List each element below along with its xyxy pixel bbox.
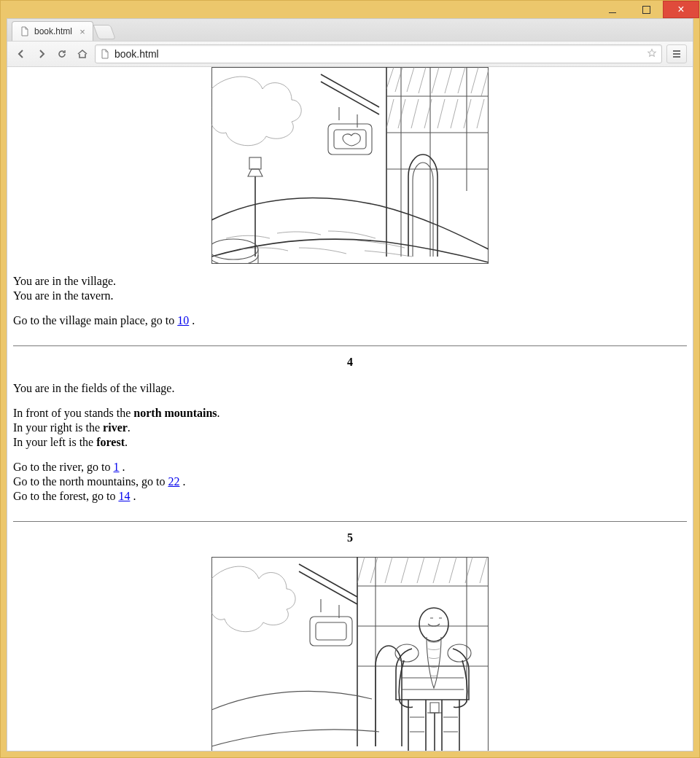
svg-rect-1 (328, 124, 372, 155)
illustration-tavern (211, 67, 489, 264)
window-minimize-button[interactable] (596, 1, 629, 18)
text: You are in the tavern. (13, 289, 113, 302)
text: You are in the village. (13, 275, 116, 287)
text: . (130, 490, 136, 502)
text: . (125, 436, 128, 448)
browser-tab[interactable]: book.html × (12, 21, 93, 41)
text: . (189, 314, 195, 327)
section-3-text: You are in the village. You are in the t… (13, 274, 687, 303)
address-bar-text: book.html (114, 48, 642, 60)
home-button[interactable] (74, 46, 90, 62)
back-button[interactable] (13, 46, 29, 62)
illustration-knight (211, 557, 489, 751)
browser-menu-button[interactable] (666, 44, 687, 63)
bold-river: river (103, 421, 128, 434)
browser-toolbar: book.html (7, 41, 693, 67)
link-goto-10[interactable]: 10 (177, 314, 189, 327)
window-maximize-button[interactable] (629, 1, 663, 18)
scroll-area[interactable]: You are in the village. You are in the t… (7, 67, 693, 751)
page-content: You are in the village. You are in the t… (7, 67, 693, 751)
address-bar[interactable]: book.html (95, 44, 662, 63)
text: . (120, 461, 125, 473)
svg-rect-3 (249, 157, 261, 169)
text: . (128, 421, 131, 434)
window-close-button[interactable]: × (663, 1, 699, 18)
link-goto-22[interactable]: 22 (168, 475, 179, 488)
bookmark-star-icon[interactable] (647, 48, 657, 60)
text: Go to the river, go to (13, 461, 114, 473)
tab-close-button[interactable]: × (78, 27, 87, 36)
section-4-intro: You are in the fields of the village. (13, 381, 687, 396)
svg-rect-6 (310, 617, 352, 646)
svg-rect-0 (212, 68, 489, 264)
section-divider (13, 521, 687, 522)
text: . (179, 475, 185, 488)
file-icon (20, 26, 30, 36)
text: Go to the north mountains, go to (13, 475, 168, 488)
text: In your left is the (13, 436, 96, 448)
section-3-choice: Go to the village main place, go to 10 . (13, 313, 687, 328)
text: Go to the forest, go to (13, 490, 118, 502)
new-tab-button[interactable] (93, 25, 116, 39)
text: In front of you stands the (13, 407, 133, 419)
bold-forest: forest (96, 436, 125, 448)
svg-point-4 (211, 239, 258, 259)
section-number-4: 4 (13, 355, 687, 370)
section-4-desc: In front of you stands the north mountai… (13, 406, 687, 450)
svg-rect-7 (316, 622, 346, 640)
link-goto-14[interactable]: 14 (118, 490, 130, 502)
text: . (217, 407, 220, 419)
section-divider (13, 345, 687, 346)
reload-button[interactable] (54, 46, 70, 62)
browser-viewport: You are in the village. You are in the t… (7, 67, 693, 751)
section-number-5: 5 (13, 531, 687, 545)
text: Go to the village main place, go to (13, 314, 177, 327)
tab-title: book.html (34, 26, 72, 36)
window-titlebar: × (1, 1, 699, 18)
link-goto-1[interactable]: 1 (114, 461, 120, 473)
tab-strip: book.html × (7, 19, 693, 41)
text: In your right is the (13, 421, 103, 434)
app-window: × book.html × (0, 0, 700, 758)
bold-north-mountains: north mountains (133, 407, 217, 419)
file-icon (100, 49, 110, 59)
svg-point-9 (448, 644, 471, 662)
browser-shell: book.html × book.html (7, 18, 693, 751)
section-4-choices: Go to the river, go to 1 . Go to the nor… (13, 460, 687, 504)
forward-button[interactable] (34, 46, 50, 62)
